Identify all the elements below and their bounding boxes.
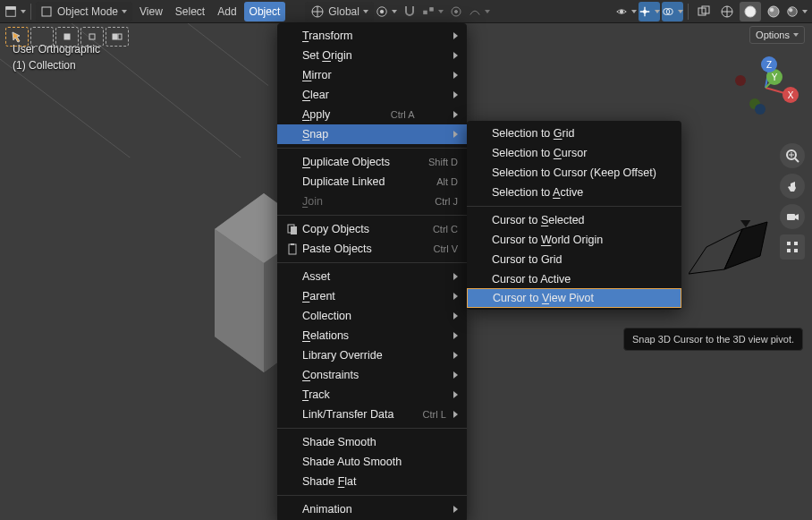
xray-toggle[interactable]: [693, 2, 715, 21]
menu-item-label: Cursor to World Origin: [492, 234, 603, 246]
proportional-falloff-dropdown[interactable]: [469, 2, 490, 21]
editor-type-dropdown[interactable]: [4, 2, 26, 21]
snap-menu-item-selection-to-grid[interactable]: Selection to Grid: [467, 124, 681, 143]
menu-view[interactable]: View: [134, 2, 168, 21]
menu-item-label: Shade Smooth: [302, 436, 376, 448]
object-menu-item-animation[interactable]: Animation: [277, 499, 467, 519]
object-menu-item-clear[interactable]: Clear: [277, 85, 467, 105]
perspective-toggle[interactable]: [780, 234, 805, 260]
menu-item-label: Paste Objects: [302, 243, 372, 255]
select-box-tool[interactable]: [5, 27, 29, 47]
svg-point-38: [768, 6, 779, 17]
object-menu-item-parent[interactable]: Parent: [277, 286, 467, 306]
orientation-dropdown[interactable]: Global: [305, 2, 374, 21]
object-menu-item-duplicate-objects[interactable]: Duplicate ObjectsShift D: [277, 152, 467, 172]
gizmo-toggle[interactable]: [639, 2, 660, 21]
object-menu-item-snap[interactable]: Snap: [277, 124, 467, 144]
menu-item-label: Snap: [302, 128, 328, 141]
svg-line-3: [0, 95, 268, 158]
snap-menu-item-cursor-to-selected[interactable]: Cursor to Selected: [467, 210, 681, 230]
options-dropdown[interactable]: Options: [749, 26, 805, 44]
menu-item-label: Cursor to Active: [492, 273, 571, 286]
object-menu-item-link-transfer-data[interactable]: Link/Transfer DataCtrl L: [277, 405, 467, 424]
svg-point-51: [755, 104, 765, 115]
object-menu-item-set-origin[interactable]: Set Origin: [277, 46, 467, 65]
snap-menu-item-selection-to-cursor[interactable]: Selection to Cursor: [467, 143, 681, 163]
shortcut-label: Ctrl C: [411, 224, 458, 234]
copy-icon: [283, 223, 302, 235]
proportional-edit-toggle[interactable]: [445, 2, 467, 21]
object-menu-item-shade-auto-smooth[interactable]: Shade Auto Smooth: [277, 452, 467, 472]
svg-rect-69: [289, 244, 296, 254]
mode-label: Object Mode: [57, 5, 118, 18]
zoom-tool[interactable]: [780, 143, 805, 168]
overlay-toggle[interactable]: [662, 2, 683, 21]
menu-item-label: Asset: [302, 270, 330, 283]
select-tool-3[interactable]: [55, 27, 79, 47]
menu-separator: [467, 206, 681, 207]
object-menu-item-asset[interactable]: Asset: [277, 267, 467, 286]
object-menu-item-join: JoinCtrl J: [277, 192, 467, 211]
snap-menu-item-cursor-to-view-pivot[interactable]: Cursor to View Pivot: [467, 288, 681, 308]
menu-item-label: Selection to Active: [492, 186, 583, 199]
camera-view-tool[interactable]: [780, 204, 805, 229]
svg-rect-65: [787, 249, 791, 252]
svg-rect-44: [113, 34, 117, 39]
pivot-dropdown[interactable]: [376, 2, 397, 21]
snap-options-dropdown[interactable]: [422, 2, 444, 21]
snap-submenu: Selection to GridSelection to CursorSele…: [467, 121, 681, 310]
object-menu-item-copy-objects[interactable]: Copy ObjectsCtrl C: [277, 219, 467, 239]
object-menu-item-collection[interactable]: Collection: [277, 306, 467, 326]
svg-line-59: [795, 158, 799, 162]
solid-shading[interactable]: [740, 2, 761, 21]
menu-add[interactable]: Add: [212, 2, 241, 21]
svg-rect-62: [787, 214, 795, 220]
svg-point-49: [735, 75, 746, 86]
object-menu-item-relations[interactable]: Relations: [277, 326, 467, 345]
svg-line-5: [0, 59, 268, 158]
object-menu-item-shade-flat[interactable]: Shade Flat: [277, 472, 467, 491]
menu-object[interactable]: Object: [244, 2, 286, 21]
svg-point-31: [643, 10, 647, 13]
menu-item-label: Apply: [302, 108, 330, 121]
matprev-shading[interactable]: [763, 2, 784, 21]
select-tool-5[interactable]: [106, 27, 129, 47]
svg-point-40: [788, 6, 798, 16]
mode-dropdown[interactable]: Object Mode: [36, 2, 132, 21]
menu-separator: [277, 148, 467, 149]
camera-object[interactable]: [689, 220, 769, 283]
object-menu-item-track[interactable]: Track: [277, 385, 467, 405]
menu-item-label: Clear: [302, 89, 329, 101]
object-menu-item-duplicate-linked[interactable]: Duplicate LinkedAlt D: [277, 172, 467, 192]
shortcut-label: Ctrl J: [413, 196, 458, 207]
axis-gizmo[interactable]: X Y Z: [730, 52, 801, 124]
rendered-shading[interactable]: [786, 2, 808, 21]
snap-toggle[interactable]: [399, 2, 420, 21]
object-menu-item-shade-smooth[interactable]: Shade Smooth: [277, 432, 467, 452]
svg-rect-66: [794, 249, 798, 252]
object-menu-item-library-override[interactable]: Library Override: [277, 345, 467, 365]
snap-menu-item-selection-to-active[interactable]: Selection to Active: [467, 183, 681, 202]
object-menu-item-apply[interactable]: ApplyCtrl A: [277, 105, 467, 124]
shortcut-label: Ctrl V: [412, 243, 459, 254]
svg-rect-19: [6, 6, 16, 9]
object-menu-item-constraints[interactable]: Constraints: [277, 365, 467, 385]
snap-menu-item-cursor-to-world-origin[interactable]: Cursor to World Origin: [467, 230, 681, 250]
select-tool-4[interactable]: [80, 27, 104, 47]
menu-select[interactable]: Select: [170, 2, 210, 21]
menu-item-label: Duplicate Linked: [302, 175, 385, 188]
object-menu-item-paste-objects[interactable]: Paste ObjectsCtrl V: [277, 239, 467, 259]
visibility-dropdown[interactable]: [615, 2, 637, 21]
object-menu-item-mirror[interactable]: Mirror: [277, 65, 467, 85]
snap-menu-item-selection-to-cursor-keep-offset-[interactable]: Selection to Cursor (Keep Offset): [467, 163, 681, 183]
menu-item-label: Constraints: [302, 369, 359, 381]
wireframe-shading[interactable]: [716, 2, 738, 21]
snap-menu-item-cursor-to-active[interactable]: Cursor to Active: [467, 269, 681, 289]
svg-rect-42: [64, 34, 70, 39]
pan-tool[interactable]: [780, 174, 805, 199]
shortcut-label: Shift D: [407, 157, 458, 167]
select-tool-2[interactable]: [30, 27, 54, 47]
snap-menu-item-cursor-to-grid[interactable]: Cursor to Grid: [467, 250, 681, 269]
object-menu-item-transform[interactable]: Transform: [277, 26, 467, 46]
menu-separator: [277, 428, 467, 429]
